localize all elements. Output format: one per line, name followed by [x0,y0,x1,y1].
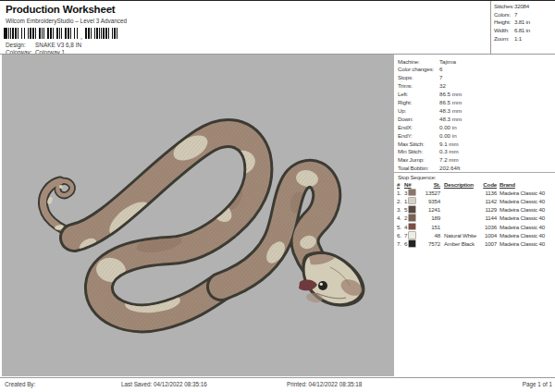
col-description: Description [444,181,474,188]
cell-needle: 5 [404,206,407,213]
cell-order: 5. [397,224,401,230]
summary-value: 7 [514,11,517,18]
stop-sequence-row: 3.512411129Madeira Classic 40 [397,206,555,214]
machine-value: 0.00 in [439,124,457,130]
stop-sequence-divider [394,172,555,173]
machine-value: 48.3 mm [439,116,462,122]
machine-row: Trims:32 [398,82,553,89]
page-number: Page 1 of 1 [523,381,552,387]
machine-label: Max Jump: [398,156,424,163]
summary-label: Height: [494,18,511,25]
machine-row: Color changes:6 [398,66,553,72]
stop-sequence-row: 1.3135271136Madeira Classic 40 [397,190,555,198]
design-canvas [2,55,394,376]
cell-order: 7. [397,240,401,247]
last-saved: Last Saved: 04/12/2022 08:35:16 [121,381,207,387]
machine-row: EndX:0.00 in [398,124,553,130]
printed: Printed: 04/12/2022 08:35:18 [287,381,362,387]
footer: Created By: Last Saved: 04/12/2022 08:35… [0,381,555,392]
cell-order: 4. [397,214,401,221]
machine-row: Max Jump:7.2 mm [398,156,553,163]
printed-label: Printed: [287,381,307,387]
machine-row: Left:86.5 mm [398,91,553,97]
machine-label: Trims: [398,82,413,89]
cell-needle: 6 [404,240,407,247]
machine-label: Min Stitch: [398,148,423,154]
last-saved-label: Last Saved: [121,381,152,387]
printed-value: 04/12/2022 08:35:18 [308,381,362,387]
snake-eye [318,281,327,290]
cell-order: 1. [397,190,401,196]
cell-brand: Madeira Classic 40 [500,198,545,204]
barcode: , [4,28,118,39]
machine-value: 32 [439,82,446,89]
machine-value: 86.5 mm [439,99,462,105]
stop-sequence-row: 5.41511036Madeira Classic 40 [397,224,555,232]
cell-needle: 3 [404,190,407,196]
cell-description: Amber Black [444,240,475,247]
summary-row: Stitches:32084 [494,3,555,9]
machine-label: Down: [398,116,413,122]
machine-label: Up: [398,107,406,114]
stop-sequence-row: 4.21891144Madeira Classic 40 [397,214,555,223]
cell-brand: Madeira Classic 40 [500,214,545,221]
page-title: Production Worksheet [6,4,115,15]
cell-needle: 1 [404,198,407,204]
cell-code: 1004 [474,232,497,239]
col-st: St. [414,181,440,188]
summary-value: 32084 [514,3,529,9]
machine-row: Stops:7 [398,74,553,80]
cell-brand: Madeira Classic 40 [500,206,545,213]
cell-code: 1136 [474,190,497,196]
machine-value: 6 [439,66,442,72]
cell-stitches: 189 [414,214,440,221]
col-brand: Brand [500,181,515,188]
cell-order: 2. [397,198,401,204]
machine-value: 0.3 mm [439,148,459,154]
machine-value: Tajima [439,58,456,65]
cell-code: 1036 [474,224,497,230]
app-subtitle: Wilcom EmbroideryStudio – Level 3 Advanc… [6,18,127,24]
cell-code: 1129 [474,206,497,213]
cell-order: 6. [397,232,401,239]
machine-row: Machine:Tajima [398,58,553,65]
cell-needle: 2 [404,214,407,221]
machine-value: 7 [439,74,442,80]
machine-label: Stops: [398,74,413,80]
machine-value: 0.00 in [439,132,457,139]
snake-head [299,251,365,307]
machine-row: Down:48.3 mm [398,116,553,122]
stop-sequence-row: 6.748Natural White1004Madeira Classic 40 [397,232,555,240]
cell-stitches: 1241 [414,206,440,213]
barcode-segment-1 [4,28,78,39]
summary-label: Zoom: [494,35,509,42]
cell-code: 1144 [474,214,497,221]
machine-label: EndY: [398,132,413,139]
machine-value: 9.1 mm [439,141,459,147]
cell-stitches: 151 [414,224,440,230]
cell-stitches: 9354 [414,198,440,204]
cell-brand: Madeira Classic 40 [500,240,545,247]
cell-brand: Madeira Classic 40 [500,232,545,239]
summary-value: 6.81 in [514,27,530,33]
cell-code: 1007 [474,240,497,247]
created-by-label: Created By: [5,381,35,387]
machine-value: 7.2 mm [439,156,459,163]
design-name-row: Design: SNAKE V3 6,8 IN [6,42,191,49]
col-needle: N# [404,181,412,188]
summary-label: Stitches: [494,3,513,9]
cell-stitches: 48 [414,232,440,239]
machine-row: Right:86.5 mm [398,99,553,105]
machine-label: Left: [398,91,408,97]
machine-row: EndY:0.00 in [398,132,553,139]
cell-stitches: 7572 [414,240,440,247]
cell-brand: Madeira Classic 40 [500,224,545,230]
stop-sequence-title: Stop Sequence: [398,174,436,180]
machine-value: 48.3 mm [439,107,462,114]
design-label: Design: [6,42,26,48]
machine-row: Total Bobbin:202.64ft [398,165,553,171]
summary-row: Width:6.81 in [494,27,555,33]
summary-row: Zoom:1:1 [494,35,555,42]
summary-label: Width: [494,27,509,33]
footer-divider [0,377,555,378]
